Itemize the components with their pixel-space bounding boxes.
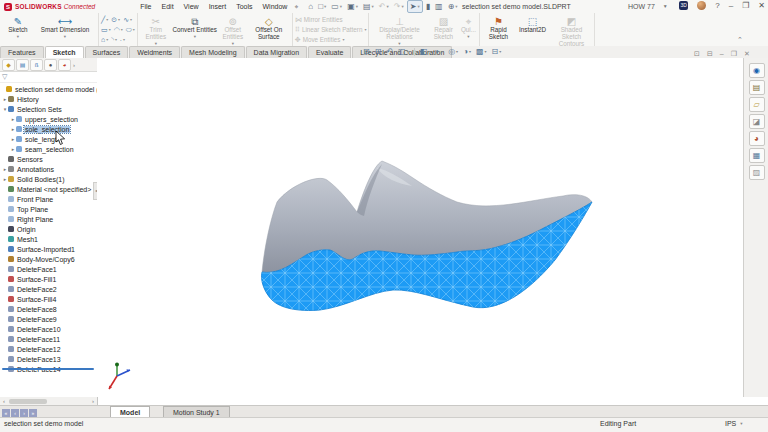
appearances-tab[interactable]: ◕ <box>58 59 71 71</box>
tree-item-mesh1[interactable]: Mesh1 <box>0 234 97 244</box>
sketch-button[interactable]: ✎Sketch▾ <box>2 14 34 45</box>
view-settings-icon[interactable]: ⊟▾ <box>492 47 502 56</box>
tree-item-deleteface12[interactable]: DeleteFace12 <box>0 344 97 354</box>
doc-new-window-icon[interactable]: ⊟ <box>707 50 713 58</box>
zoom-to-area-icon[interactable]: ⊞ <box>375 47 382 56</box>
command-tab-surfaces[interactable]: Surfaces <box>85 46 129 58</box>
custom-properties-tab-icon[interactable]: ▦ <box>749 148 765 163</box>
tree-root-item[interactable]: selection set demo model (Def <box>0 84 97 94</box>
tree-item-front-plane[interactable]: Front Plane <box>0 194 97 204</box>
arc-icon[interactable]: ◠▾ <box>114 26 123 34</box>
sheet-nav-1[interactable]: ‹ <box>11 409 19 417</box>
line-icon[interactable]: ╱▾ <box>101 16 108 24</box>
tree-item-surface-fill4[interactable]: Surface-Fill4 <box>0 294 97 304</box>
select-cursor-icon[interactable]: ➤▾ <box>407 0 423 13</box>
smart-dimension-button[interactable]: ⟷Smart Dimension▾ <box>34 14 96 45</box>
menu-edit[interactable]: Edit <box>157 0 179 13</box>
featuremanager-design-tree-tab[interactable]: ◆ <box>2 59 15 71</box>
propertymanager-tab[interactable]: ▤ <box>16 59 29 71</box>
dropdown-caret-icon[interactable]: ▾ <box>340 4 342 9</box>
configurationmanager-tab[interactable]: ß <box>30 59 43 71</box>
dimxpertmanager-tab[interactable]: ● <box>44 59 57 71</box>
menu-file[interactable]: File <box>135 0 156 13</box>
xpress-products-icon[interactable]: ▮ <box>424 1 432 12</box>
tree-item-deleteface13[interactable]: DeleteFace13 <box>0 354 97 364</box>
tree-item-annotations[interactable]: ▸Annotations <box>0 164 97 174</box>
section-view-icon[interactable]: ◫▾ <box>398 47 409 56</box>
view-palette-tab-icon[interactable]: ◪ <box>749 114 765 129</box>
tree-item-deleteface11[interactable]: DeleteFace11 <box>0 334 97 344</box>
tree-item-body-move-copy6[interactable]: Body-Move/Copy6 <box>0 254 97 264</box>
tree-item-sensors[interactable]: Sensors <box>0 154 97 164</box>
scroll-left-icon[interactable]: ‹ <box>0 398 8 404</box>
menu-insert[interactable]: Insert <box>204 0 232 13</box>
undo-icon[interactable]: ↶▾ <box>377 1 391 12</box>
view-orientation-icon[interactable]: ◧▾ <box>420 47 431 56</box>
dropdown-caret-icon[interactable]: ▾ <box>324 4 326 9</box>
sheet-nav-2[interactable]: › <box>20 409 28 417</box>
tree-item-uppers-selection[interactable]: ▸uppers_selection <box>0 114 97 124</box>
fillet-icon[interactable]: ◝▾ <box>111 36 117 44</box>
open-icon[interactable]: ▭▾ <box>329 1 344 12</box>
home-icon[interactable]: ⌂ <box>306 1 315 12</box>
design-library-tab-icon[interactable]: ▤ <box>749 80 765 95</box>
scroll-right-icon[interactable]: › <box>89 398 97 404</box>
tree-horizontal-scrollbar[interactable]: ‹ › <box>0 397 98 405</box>
menu-pin-icon[interactable]: ⌖ <box>294 3 298 11</box>
search-dropdown-icon[interactable]: ▼ <box>663 0 668 13</box>
rapid-sketch-button[interactable]: ⚑Rapid Sketch <box>482 14 514 45</box>
edit-appearance-icon[interactable]: ◑▾ <box>463 47 471 56</box>
tree-item-seam-selection[interactable]: ▸seam_selection <box>0 144 97 154</box>
doc-minimize-icon[interactable]: – <box>720 50 724 58</box>
tree-item-deleteface10[interactable]: DeleteFace10 <box>0 324 97 334</box>
doc-restore-up-icon[interactable]: ⊡ <box>694 50 700 58</box>
command-tab-mesh-modeling[interactable]: Mesh Modeling <box>181 46 244 58</box>
options-icon[interactable]: ⊕▾ <box>446 1 460 12</box>
redo-icon[interactable]: ↷▾ <box>392 1 406 12</box>
help-button[interactable]: ? <box>715 1 719 10</box>
units-selector[interactable]: IPS ▾ <box>725 420 743 427</box>
user-avatar[interactable] <box>697 1 706 10</box>
display-style-icon[interactable]: ◐▾ <box>435 47 443 56</box>
appearances-scenes-tab-icon[interactable]: ◕ <box>749 131 765 146</box>
tree-item-history[interactable]: ▸History <box>0 94 97 104</box>
tree-item-top-plane[interactable]: Top Plane <box>0 204 97 214</box>
fmtab-overflow-icon[interactable]: › <box>73 62 75 68</box>
doc-close-icon[interactable]: ✕ <box>744 50 750 58</box>
spline-icon[interactable]: ∿▾ <box>123 16 132 24</box>
tree-item-deleteface8[interactable]: DeleteFace8 <box>0 304 97 314</box>
print-icon[interactable]: ▤▾ <box>361 1 376 12</box>
previous-view-icon[interactable]: ↶ <box>386 47 393 56</box>
offset-on-surface-button[interactable]: ◇Offset On Surface <box>248 14 290 45</box>
tree-item-deleteface1[interactable]: DeleteFace1 <box>0 264 97 274</box>
circle-icon[interactable]: ⊙▾ <box>111 16 120 24</box>
zoom-to-fit-icon[interactable]: ⊡ <box>363 47 370 56</box>
minimize-button[interactable]: – <box>729 1 733 10</box>
file-explorer-tab-icon[interactable]: ▱ <box>749 97 765 112</box>
dropdown-caret-icon[interactable]: ▾ <box>401 4 403 9</box>
dropdown-caret-icon[interactable]: ▾ <box>455 4 457 9</box>
save-icon[interactable]: ▣▾ <box>345 1 360 12</box>
tree-item-deleteface9[interactable]: DeleteFace9 <box>0 314 97 324</box>
shoe-model[interactable] <box>180 140 620 340</box>
command-tab-data-migration[interactable]: Data Migration <box>246 46 308 58</box>
polygon-icon[interactable]: ⌂▾ <box>101 36 108 43</box>
threedexperience-tab-icon[interactable]: ◉ <box>749 63 765 78</box>
forum-tab-icon[interactable]: ▨ <box>749 165 765 180</box>
dropdown-caret-icon[interactable]: ▾ <box>386 4 388 9</box>
doc-restore-icon[interactable]: ❐ <box>731 50 737 58</box>
convert-entities-button[interactable]: ⧉Convert Entities▾ <box>172 14 218 45</box>
restore-button[interactable]: ❐ <box>742 1 749 10</box>
tree-item-solid-bodies-1-[interactable]: ▸Solid Bodies(1) <box>0 174 97 184</box>
dropdown-caret-icon[interactable]: ▾ <box>356 4 358 9</box>
dropdown-caret-icon[interactable]: ▾ <box>372 4 374 9</box>
ribbon-collapse-button[interactable]: ⌃ <box>737 36 743 44</box>
tree-item-selection-sets[interactable]: ▾Selection Sets <box>0 104 97 114</box>
point-icon[interactable]: ∙▾ <box>120 36 125 43</box>
rollback-bar[interactable] <box>2 368 94 370</box>
sheet-nav-0[interactable]: « <box>2 409 10 417</box>
command-tab-evaluate[interactable]: Evaluate <box>308 46 351 58</box>
dropdown-caret-icon[interactable]: ▾ <box>417 4 419 9</box>
tree-item-right-plane[interactable]: Right Plane <box>0 214 97 224</box>
tree-item-deleteface2[interactable]: DeleteFace2 <box>0 284 97 294</box>
